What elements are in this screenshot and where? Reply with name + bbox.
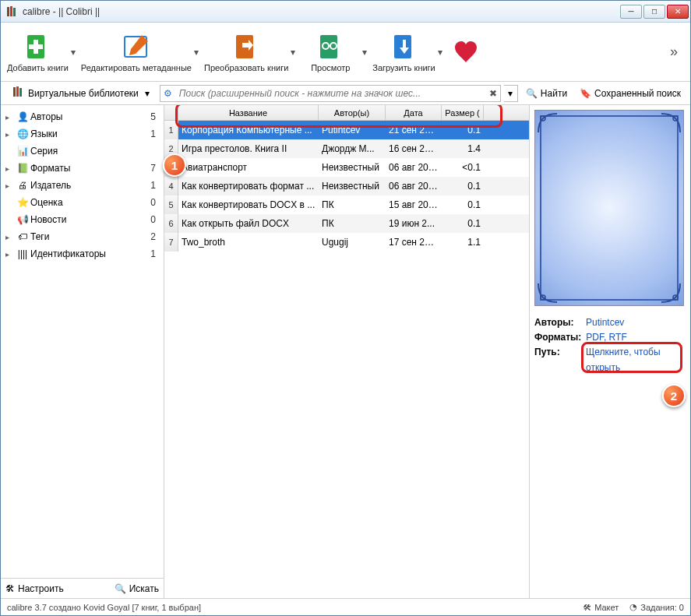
cell-size: 1.4 [442,143,484,154]
view-dropdown[interactable]: ▾ [360,37,369,67]
edit-metadata-icon [122,32,151,62]
gear-icon[interactable]: ⚙ [160,88,176,99]
sidebar-item-ids[interactable]: ▸ |||| Идентификаторы 1 [2,245,162,262]
cell-author: ПК [319,218,386,229]
svg-rect-5 [29,44,43,49]
add-books-button[interactable]: Добавить книги [7,32,69,72]
table-row[interactable]: 6 Как открыть файл DOCX ПК 19 июн 2... 0… [164,214,529,233]
sidebar-item-format[interactable]: ▸ 📗 Форматы 7 [2,160,162,177]
cell-author: Джордж М... [319,143,386,154]
view-button[interactable]: Просмотр [301,32,360,72]
sidebar-item-count: 1 [150,248,159,259]
virtual-libraries-button[interactable]: Виртуальные библиотеки ▾ [5,83,157,104]
book-cover[interactable] [534,110,684,306]
table-row[interactable]: 4 Как конвертировать формат ... Неизвест… [164,177,529,195]
jobs-icon: ◔ [629,602,637,612]
search-field-wrap: ⚙ ✖ [160,85,501,102]
magnifier-icon: 🔍 [115,583,126,594]
sidebar-item-count: 0 [150,197,159,208]
formats-label: Форматы: [534,330,581,345]
format-icon: 📗 [15,163,30,174]
col-title[interactable]: Название [178,105,319,120]
cell-author: Ugugij [319,237,386,248]
sidebar-item-tags[interactable]: ▸ 🏷 Теги 2 [2,228,162,245]
app-icon [5,5,18,18]
download-books-dropdown[interactable]: ▾ [435,37,445,67]
jobs-button[interactable]: ◔Задания: 0 [629,602,684,612]
cell-date: 21 сен 2017 [386,125,442,136]
sidebar-item-count: 1 [150,180,159,191]
saved-search-button[interactable]: 🔖 Сохраненный поиск [575,86,686,100]
search-input[interactable] [176,88,486,99]
close-button[interactable]: ✕ [667,5,689,19]
cell-author: ПК [319,199,386,210]
cell-title: Авиатранспорт [178,162,319,173]
clear-search-icon[interactable]: ✖ [486,88,500,99]
table-row[interactable]: 5 Как конвертировать DOCX в ... ПК 15 ав… [164,195,529,214]
sidebar-item-count: 5 [150,111,159,122]
expand-arrow-icon: ▸ [5,130,15,139]
sidebar-item-label: Идентификаторы [30,248,150,259]
expand-arrow-icon: ▸ [5,181,15,190]
find-button[interactable]: 🔍 Найти [521,86,572,100]
find-button-sidebar[interactable]: 🔍Искать [115,583,159,594]
path-label: Путь: [534,345,581,375]
status-bar: calibre 3.7 создано Kovid Goyal [7 книг,… [1,598,690,615]
configure-button[interactable]: 🛠Настроить [5,583,64,594]
rating-icon: ⭐ [15,197,30,208]
convert-books-button[interactable]: Преобразовать книги [204,32,288,72]
sidebar-item-news[interactable]: 📢 Новости 0 [2,211,162,228]
cell-date: 17 сен 2017 [386,237,442,248]
expand-arrow-icon: ▸ [5,250,15,259]
sidebar-item-count: 7 [150,163,159,174]
book-list: Название Автор(ы) Дата Размер ( 1 Корпор… [164,105,530,598]
sidebar-item-series[interactable]: 📊 Серия [2,143,162,160]
donate-button[interactable] [448,40,484,65]
edit-metadata-dropdown[interactable]: ▾ [192,37,201,67]
sidebar-item-label: Серия [30,146,156,157]
table-row[interactable]: 2 Игра престолов. Книга II Джордж М... 1… [164,139,529,158]
sidebar-item-label: Авторы [30,111,150,122]
sidebar-item-author[interactable]: ▸ 👤 Авторы 5 [2,108,162,125]
callout-2: 2 [662,384,686,407]
col-size[interactable]: Размер ( [442,105,484,120]
cell-title: Как конвертировать DOCX в ... [178,199,319,210]
tags-icon: 🏷 [15,231,30,242]
view-icon [316,32,345,62]
cell-title: Как открыть файл DOCX [178,218,319,229]
col-date[interactable]: Дата [386,105,442,120]
edit-metadata-button[interactable]: Редактировать метаданные [81,32,192,72]
window-title: calibre - || Colibri || [23,6,620,17]
convert-books-dropdown[interactable]: ▾ [288,37,298,67]
callout-1: 1 [163,153,186,177]
layout-button[interactable]: 🛠Макет [583,603,619,612]
sidebar-item-rating[interactable]: ⭐ Оценка 0 [2,194,162,211]
table-row[interactable]: 7 Two_broth Ugugij 17 сен 2017 1.1 [164,233,529,252]
cell-size: <0.1 [442,162,484,173]
tag-browser: ▸ 👤 Авторы 5▸ 🌐 Языки 1 📊 Серия ▸ 📗 Форм… [1,105,164,598]
path-link[interactable]: Щелкните, чтобы открыть [586,345,679,375]
sidebar-item-lang[interactable]: ▸ 🌐 Языки 1 [2,125,162,143]
table-row[interactable]: 3 Авиатранспорт Неизвестный 06 авг 2017 … [164,158,529,177]
col-author[interactable]: Автор(ы) [319,105,386,120]
table-row[interactable]: 1 Корпорация Компьютерные ... Putintcev … [164,121,529,139]
cell-title: Как конвертировать формат ... [178,181,319,192]
sidebar-item-publisher[interactable]: ▸ 🖨 Издатель 1 [2,177,162,194]
download-books-button[interactable]: Загрузить книги [372,32,435,72]
add-books-dropdown[interactable]: ▾ [69,37,78,67]
authors-value[interactable]: Putintcev [586,315,624,330]
formats-value[interactable]: PDF, RTF [586,330,626,345]
series-icon: 📊 [15,146,30,157]
magnifier-icon: 🔍 [526,88,538,99]
sidebar-item-label: Форматы [30,163,150,174]
cell-title: Two_broth [178,237,319,248]
toolbar-overflow[interactable]: » [664,44,684,60]
row-number: 5 [164,195,178,214]
row-number: 6 [164,214,178,233]
grid-header: Название Автор(ы) Дата Размер ( [164,105,529,121]
maximize-button[interactable]: □ [643,5,665,19]
search-dropdown[interactable]: ▾ [504,85,518,102]
cell-size: 0.1 [442,199,484,210]
minimize-button[interactable]: ─ [620,5,642,19]
row-number: 4 [164,177,178,195]
